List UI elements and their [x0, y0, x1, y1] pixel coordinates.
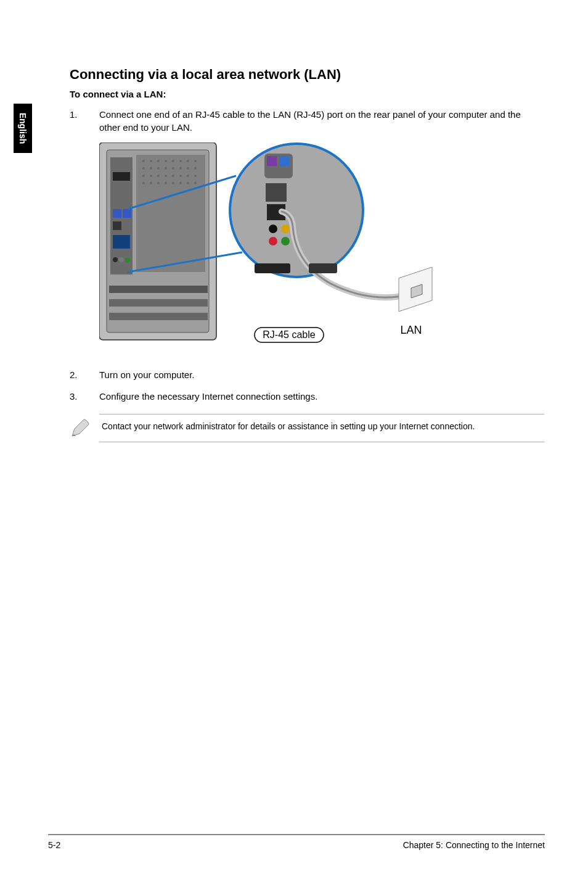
svg-point-4: [172, 160, 174, 162]
instruction-list-cont: 2. Turn on your computer. 3. Configure t…: [70, 368, 544, 403]
ps2-b: [279, 156, 289, 166]
note-icon: [70, 414, 99, 441]
vga-port: [113, 235, 130, 249]
power-socket: [113, 172, 130, 181]
step-number: 1.: [70, 108, 99, 134]
chapter-label: Chapter 5: Connecting to the Internet: [403, 840, 545, 850]
svg-point-27: [165, 182, 167, 184]
svg-point-16: [142, 175, 145, 177]
svg-point-24: [142, 182, 145, 184]
svg-point-8: [142, 167, 145, 170]
note-text: Contact your network administrator for d…: [99, 414, 544, 442]
svg-point-1: [150, 160, 152, 162]
svg-point-3: [165, 160, 167, 162]
port-a: [113, 209, 121, 218]
svg-point-29: [179, 182, 182, 184]
svg-point-31: [194, 182, 197, 184]
callout-hdmi: [309, 263, 337, 273]
svg-point-7: [194, 160, 197, 162]
svg-point-30: [187, 182, 189, 184]
section-subheading: To connect via a LAN:: [70, 89, 544, 99]
slot-3: [109, 313, 208, 320]
step-3: 3. Configure the necessary Internet conn…: [70, 390, 544, 403]
section-heading: Connecting via a local area network (LAN…: [70, 67, 544, 83]
ps2-a: [267, 156, 277, 166]
svg-point-22: [187, 175, 189, 177]
page-footer: 5-2 Chapter 5: Connecting to the Interne…: [48, 834, 545, 850]
page-content: Connecting via a local area network (LAN…: [70, 67, 544, 442]
svg-point-28: [172, 182, 174, 184]
svg-point-2: [157, 160, 160, 162]
svg-point-25: [150, 182, 152, 184]
svg-point-19: [165, 175, 167, 177]
instruction-list: 1. Connect one end of an RJ-45 cable to …: [70, 108, 544, 134]
step-number: 2.: [70, 368, 99, 381]
port-c: [113, 221, 121, 230]
svg-point-11: [165, 167, 167, 170]
connection-diagram: RJ-45 cable LAN: [99, 142, 544, 346]
svg-point-12: [172, 167, 174, 170]
note-block: Contact your network administrator for d…: [70, 414, 544, 442]
svg-point-14: [187, 167, 189, 170]
callout-usb-block: [255, 263, 290, 273]
step-text: Turn on your computer.: [99, 368, 544, 381]
wall-jack: [399, 267, 432, 311]
callout-audio-4: [281, 237, 290, 245]
svg-point-20: [172, 175, 174, 177]
svg-point-23: [194, 175, 197, 177]
callout-audio-1: [269, 225, 277, 233]
step-text: Configure the necessary Internet connect…: [99, 390, 544, 403]
step-text: Connect one end of an RJ-45 cable to the…: [99, 108, 544, 134]
slot-2: [109, 299, 208, 307]
step-number: 3.: [70, 390, 99, 403]
callout-audio-2: [281, 225, 290, 233]
lan-label: LAN: [400, 324, 422, 336]
callout-circle: [230, 144, 363, 277]
audio-3: [125, 257, 130, 262]
step-2: 2. Turn on your computer.: [70, 368, 544, 381]
audio-1: [113, 257, 118, 262]
svg-point-26: [157, 182, 160, 184]
svg-point-0: [142, 160, 145, 162]
svg-point-10: [157, 167, 160, 170]
svg-point-15: [194, 167, 197, 170]
svg-point-18: [157, 175, 160, 177]
svg-point-9: [150, 167, 152, 170]
svg-point-21: [179, 175, 182, 177]
svg-point-5: [179, 160, 182, 162]
language-tab: English: [14, 104, 32, 153]
audio-2: [119, 257, 124, 262]
svg-point-17: [150, 175, 152, 177]
port-b: [123, 209, 131, 218]
pencil-icon: [70, 418, 91, 439]
language-label: English: [18, 113, 28, 144]
slot-1: [109, 286, 208, 293]
svg-point-6: [187, 160, 189, 162]
diagram-svg: RJ-45 cable LAN: [99, 142, 444, 346]
callout-audio-3: [269, 237, 277, 245]
vent-area: [136, 155, 205, 272]
rj45-label: RJ-45 cable: [263, 329, 315, 340]
svg-point-13: [179, 167, 182, 170]
step-1: 1. Connect one end of an RJ-45 cable to …: [70, 108, 544, 134]
page-number: 5-2: [48, 840, 60, 850]
callout-port-block: [266, 183, 287, 202]
